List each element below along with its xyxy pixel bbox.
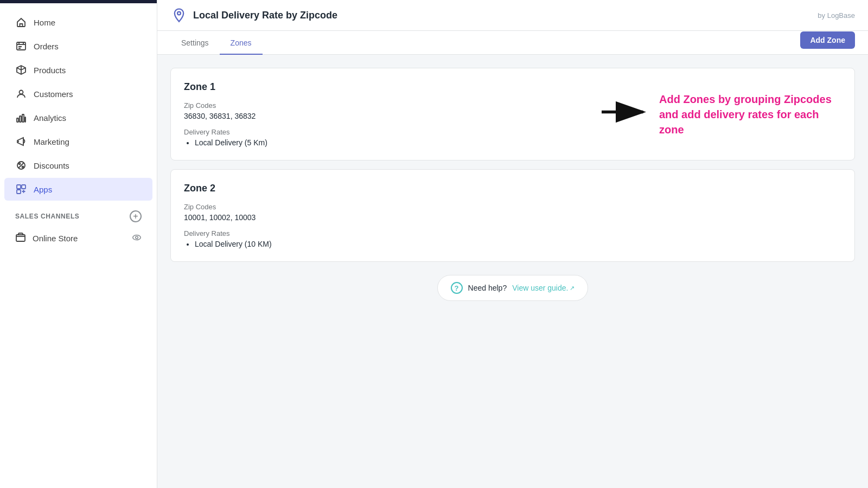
online-store-left: Online Store bbox=[15, 232, 78, 245]
customers-icon bbox=[15, 88, 27, 100]
add-zone-button[interactable]: Add Zone bbox=[800, 31, 855, 49]
sidebar-item-discounts[interactable]: Discounts bbox=[4, 154, 152, 177]
online-store-eye-icon[interactable] bbox=[132, 233, 142, 244]
top-bar: Local Delivery Rate by Zipcode by LogBas… bbox=[157, 0, 868, 31]
products-icon bbox=[15, 64, 27, 76]
annotation-text: Add Zones by grouping Zipcodes and add d… bbox=[659, 92, 833, 137]
add-sales-channel-button[interactable]: + bbox=[130, 210, 142, 222]
svg-point-13 bbox=[133, 235, 141, 240]
sidebar-item-online-store[interactable]: Online Store bbox=[4, 227, 152, 250]
sidebar-item-discounts-label: Discounts bbox=[34, 161, 69, 170]
zone-2-zip-value: 10001, 10002, 10003 bbox=[184, 213, 841, 222]
svg-rect-10 bbox=[22, 185, 25, 189]
sidebar-item-apps-label: Apps bbox=[34, 185, 52, 194]
help-footer: ? Need help? View user guide. ↗ bbox=[170, 275, 855, 301]
zone-2-rates-label: Delivery Rates bbox=[184, 229, 841, 237]
sidebar-item-home[interactable]: Home bbox=[4, 11, 152, 34]
main-content: Local Delivery Rate by Zipcode by LogBas… bbox=[157, 0, 868, 488]
help-icon: ? bbox=[451, 282, 463, 294]
zone-2-zip-label: Zip Codes bbox=[184, 203, 841, 211]
svg-point-8 bbox=[22, 166, 24, 168]
help-text: Need help? bbox=[468, 284, 507, 292]
view-user-guide-link[interactable]: View user guide. ↗ bbox=[512, 284, 575, 292]
sidebar-item-orders[interactable]: Orders bbox=[4, 35, 152, 57]
zone-2-name: Zone 2 bbox=[184, 183, 841, 194]
sidebar-nav: Home Orders Products bbox=[0, 3, 157, 488]
svg-rect-12 bbox=[16, 235, 25, 241]
analytics-icon bbox=[15, 112, 27, 124]
sidebar-item-customers[interactable]: Customers bbox=[4, 82, 152, 105]
content-area: Zone 1 Zip Codes 36830, 36831, 36832 Del… bbox=[157, 55, 868, 327]
orders-icon bbox=[15, 40, 27, 52]
svg-point-2 bbox=[20, 91, 23, 94]
arrow-right-icon bbox=[602, 100, 650, 129]
svg-point-15 bbox=[177, 12, 181, 15]
svg-rect-4 bbox=[20, 116, 21, 122]
zone-1-rates-list: Local Delivery (5 Km) bbox=[184, 138, 841, 147]
sidebar-item-analytics-label: Analytics bbox=[34, 113, 66, 123]
home-icon bbox=[15, 16, 27, 28]
sidebar-item-products[interactable]: Products bbox=[4, 59, 152, 81]
svg-rect-6 bbox=[25, 117, 25, 122]
zone-2-rate-item: Local Delivery (10 KM) bbox=[195, 240, 841, 248]
help-pill: ? Need help? View user guide. ↗ bbox=[437, 275, 589, 301]
zone-2-rates-list: Local Delivery (10 KM) bbox=[184, 240, 841, 248]
sidebar-item-analytics[interactable]: Analytics bbox=[4, 106, 152, 129]
apps-icon bbox=[15, 183, 27, 195]
tabs-bar: Settings Zones Add Zone bbox=[157, 31, 868, 55]
app-location-icon bbox=[170, 7, 188, 24]
svg-rect-11 bbox=[17, 190, 21, 194]
by-logbase-label: by LogBase bbox=[818, 11, 855, 20]
sidebar-item-marketing[interactable]: Marketing bbox=[4, 130, 152, 153]
tab-zones[interactable]: Zones bbox=[220, 31, 263, 55]
sales-channels-label: SALES CHANNELS bbox=[15, 213, 79, 220]
svg-rect-0 bbox=[17, 42, 25, 50]
svg-rect-5 bbox=[22, 114, 24, 122]
sidebar-item-home-label: Home bbox=[34, 18, 55, 27]
sidebar-item-orders-label: Orders bbox=[34, 42, 59, 51]
sidebar-item-apps[interactable]: Apps bbox=[4, 178, 152, 201]
zone-1-card: Zone 1 Zip Codes 36830, 36831, 36832 Del… bbox=[170, 68, 855, 160]
svg-point-14 bbox=[136, 236, 138, 239]
sidebar: Home Orders Products bbox=[0, 0, 157, 488]
svg-point-7 bbox=[19, 163, 21, 165]
tabs-left: Settings Zones bbox=[170, 31, 263, 54]
external-link-icon: ↗ bbox=[570, 285, 575, 292]
discounts-icon bbox=[15, 159, 27, 171]
marketing-icon bbox=[15, 136, 27, 147]
app-title-area: Local Delivery Rate by Zipcode bbox=[170, 7, 337, 24]
zone-1-annotation: Add Zones by grouping Zipcodes and add d… bbox=[602, 92, 833, 137]
online-store-label: Online Store bbox=[33, 234, 78, 243]
sidebar-item-products-label: Products bbox=[34, 66, 66, 75]
view-guide-label: View user guide. bbox=[512, 284, 568, 292]
zone-1-rate-item: Local Delivery (5 Km) bbox=[195, 138, 841, 147]
sidebar-item-marketing-label: Marketing bbox=[34, 137, 69, 146]
sales-channels-header: SALES CHANNELS + bbox=[4, 205, 152, 226]
svg-rect-9 bbox=[17, 185, 21, 189]
svg-rect-3 bbox=[17, 118, 18, 122]
sidebar-item-customers-label: Customers bbox=[34, 89, 73, 99]
online-store-icon bbox=[15, 232, 26, 245]
app-title: Local Delivery Rate by Zipcode bbox=[193, 10, 337, 21]
zone-2-card: Zone 2 Zip Codes 10001, 10002, 10003 Del… bbox=[170, 169, 855, 262]
tab-settings[interactable]: Settings bbox=[170, 31, 220, 55]
